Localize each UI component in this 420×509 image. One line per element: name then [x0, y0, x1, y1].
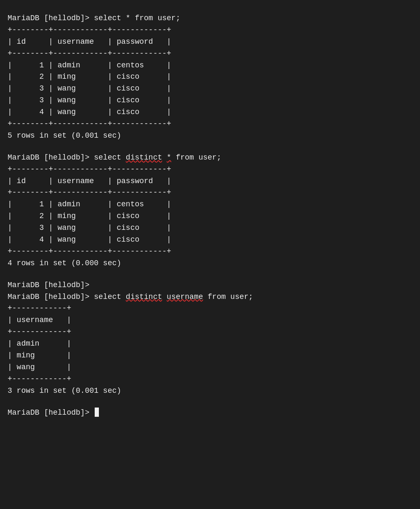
distinct-underline-2: distinct [126, 153, 162, 162]
result-info-1: 5 rows in set (0.001 sec) [8, 130, 412, 142]
table-border-bottom-1: +--------+------------+------------+ [8, 118, 412, 130]
table-row-1-2: | 2 | ming | cisco | [8, 71, 412, 83]
table-row-3-2: | ming | [8, 350, 412, 362]
table-border-mid-2: +--------+------------+------------+ [8, 187, 412, 199]
table-row-3-1: | admin | [8, 338, 412, 350]
distinct-underline-3: distinct [126, 293, 162, 301]
table-border-top-2: +--------+------------+------------+ [8, 164, 412, 176]
table-row-2-1: | 1 | admin | centos | [8, 199, 412, 211]
table-row-3-3: | wang | [8, 362, 412, 373]
table-row-1-5: | 4 | wang | cisco | [8, 107, 412, 118]
prompt-blank-3: MariaDB [hellodb]> [8, 280, 412, 291]
section-3: MariaDB [hellodb]> MariaDB [hellodb]> se… [8, 280, 412, 397]
prompt-2: MariaDB [hellodb]> select distinct * fro… [8, 152, 412, 164]
table-row-1-1: | 1 | admin | centos | [8, 60, 412, 72]
result-info-3: 3 rows in set (0.001 sec) [8, 385, 412, 397]
table-border-bottom-2: +--------+------------+------------+ [8, 246, 412, 258]
star-underline-2: * [167, 153, 171, 162]
table-row-2-3: | 3 | wang | cisco | [8, 222, 412, 234]
table-row-1-3: | 3 | wang | cisco | [8, 83, 412, 95]
cursor [95, 408, 99, 417]
prompt-final: MariaDB [hellodb]> [8, 407, 412, 419]
section-2: MariaDB [hellodb]> select distinct * fro… [8, 152, 412, 269]
table-border-bottom-3: +------------+ [8, 373, 412, 385]
table-border-top-1: +--------+------------+------------+ [8, 24, 412, 36]
table-header-3: | username | [8, 314, 412, 326]
prompt-3: MariaDB [hellodb]> select distinct usern… [8, 291, 412, 303]
terminal-window: MariaDB [hellodb]> select * from user; +… [8, 8, 412, 509]
username-underline-3: username [167, 293, 203, 301]
table-border-mid-3: +------------+ [8, 326, 412, 338]
table-header-2: | id | username | password | [8, 176, 412, 187]
section-1: MariaDB [hellodb]> select * from user; +… [8, 13, 412, 142]
prompt-1: MariaDB [hellodb]> select * from user; [8, 13, 412, 24]
table-row-1-4: | 3 | wang | cisco | [8, 95, 412, 107]
table-row-2-2: | 2 | ming | cisco | [8, 211, 412, 222]
table-border-mid-1: +--------+------------+------------+ [8, 48, 412, 60]
table-header-1: | id | username | password | [8, 36, 412, 48]
table-row-2-4: | 4 | wang | cisco | [8, 234, 412, 246]
section-4: MariaDB [hellodb]> [8, 407, 412, 419]
table-border-top-3: +------------+ [8, 303, 412, 314]
result-info-2: 4 rows in set (0.000 sec) [8, 258, 412, 269]
